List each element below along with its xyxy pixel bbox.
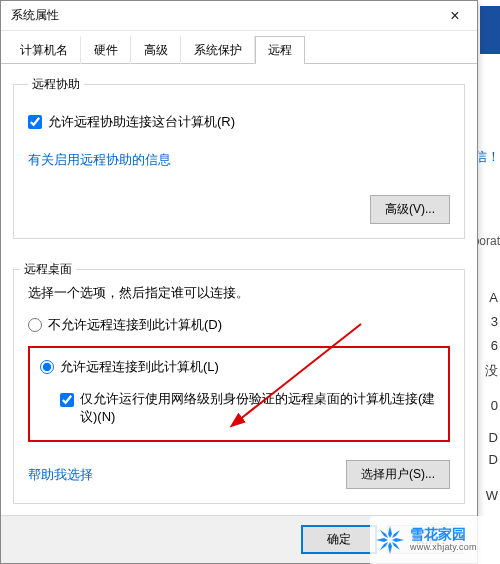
bg-text: A xyxy=(489,290,498,305)
remote-assistance-advanced-button[interactable]: 高级(V)... xyxy=(370,195,450,224)
tab-computer-name[interactable]: 计算机名 xyxy=(7,36,81,64)
watermark-name: 雪花家园 xyxy=(410,527,477,542)
tab-hardware[interactable]: 硬件 xyxy=(81,36,131,64)
window-title: 系统属性 xyxy=(11,7,59,24)
bg-text: W xyxy=(486,488,498,503)
tab-panel-remote: 远程协助 允许远程协助连接这台计算机(R) 有关启用远程协助的信息 高级(V).… xyxy=(1,64,477,534)
help-me-choose-link[interactable]: 帮助我选择 xyxy=(28,466,93,484)
bg-text: 3 xyxy=(491,314,498,329)
close-icon: × xyxy=(450,7,459,25)
nla-checkbox[interactable] xyxy=(60,393,74,407)
close-button[interactable]: × xyxy=(433,1,477,31)
tab-label: 硬件 xyxy=(94,43,118,57)
system-properties-dialog: 系统属性 × 计算机名 硬件 高级 系统保护 远程 远程协助 允许远程协助连接这… xyxy=(0,0,478,564)
select-users-button[interactable]: 选择用户(S)... xyxy=(346,460,450,489)
remote-assistance-group: 远程协助 允许远程协助连接这台计算机(R) 有关启用远程协助的信息 高级(V).… xyxy=(13,76,465,239)
radio-disallow-remote-label: 不允许远程连接到此计算机(D) xyxy=(48,316,222,334)
titlebar: 系统属性 × xyxy=(1,1,477,31)
allow-remote-assistance-label: 允许远程协助连接这台计算机(R) xyxy=(48,113,235,131)
watermark: 雪花家园 www.xhjaty.com xyxy=(370,516,500,564)
nla-checkbox-label: 仅允许运行使用网络级别身份验证的远程桌面的计算机连接(建议)(N) xyxy=(80,390,438,426)
radio-allow-remote[interactable] xyxy=(40,360,54,374)
tabstrip: 计算机名 硬件 高级 系统保护 远程 xyxy=(1,31,477,64)
watermark-url: www.xhjaty.com xyxy=(410,543,477,553)
tab-system-protection[interactable]: 系统保护 xyxy=(181,36,255,64)
bg-text: 0 xyxy=(491,398,498,413)
bg-blue-band xyxy=(480,6,500,54)
bg-text: D xyxy=(489,430,498,445)
tab-remote[interactable]: 远程 xyxy=(255,36,305,64)
remote-assistance-info-link[interactable]: 有关启用远程协助的信息 xyxy=(28,152,171,167)
remote-assistance-legend: 远程协助 xyxy=(28,76,84,93)
tab-label: 系统保护 xyxy=(194,43,242,57)
bg-text: 没 xyxy=(485,362,498,380)
bg-text: 6 xyxy=(491,338,498,353)
remote-desktop-legend: 远程桌面 xyxy=(20,261,76,278)
radio-allow-remote-label: 允许远程连接到此计算机(L) xyxy=(60,358,219,376)
highlight-box: 允许远程连接到此计算机(L) 仅允许运行使用网络级别身份验证的远程桌面的计算机连… xyxy=(28,346,450,442)
tab-label: 远程 xyxy=(268,43,292,57)
tab-label: 计算机名 xyxy=(20,43,68,57)
tab-label: 高级 xyxy=(144,43,168,57)
allow-remote-assistance-checkbox[interactable] xyxy=(28,115,42,129)
bg-text: D xyxy=(489,452,498,467)
remote-desktop-group: 远程桌面 选择一个选项，然后指定谁可以连接。 不允许远程连接到此计算机(D) 允… xyxy=(13,269,465,504)
tab-advanced[interactable]: 高级 xyxy=(131,36,181,64)
radio-disallow-remote[interactable] xyxy=(28,318,42,332)
remote-desktop-hint: 选择一个选项，然后指定谁可以连接。 xyxy=(28,284,450,302)
ok-button[interactable]: 确定 xyxy=(301,525,377,554)
watermark-logo-icon xyxy=(374,524,406,556)
